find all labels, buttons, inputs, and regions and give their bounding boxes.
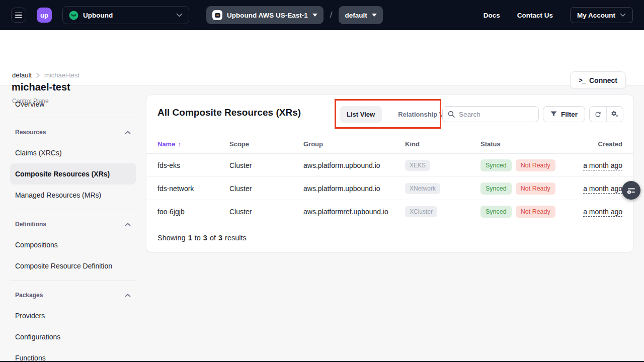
my-account-label: My Account [577,12,615,19]
contact-us-link[interactable]: Contact Us [517,12,553,19]
created-timestamp[interactable]: a month ago [583,161,622,170]
my-account-dropdown[interactable]: My Account [570,7,633,23]
chevron-down-icon [312,14,317,17]
kind-badge: XNetwork [405,183,440,194]
group-selector-label: default [345,12,367,19]
summary-text: Showing [157,234,186,242]
upbound-logo[interactable]: up [37,8,52,23]
table-results-summary: Showing 1 to 3 of 3 results [146,223,633,252]
cell-scope: Cluster [229,208,303,216]
cell-scope: Cluster [229,185,303,193]
breadcrumb: default michael-test [12,71,79,79]
filter-button-label: Filter [561,111,578,118]
sidebar-item-managed-resources[interactable]: Managed Resources (MRs) [10,185,136,206]
status-badge-synced: Synced [480,206,512,218]
cell-scope: Cluster [229,161,303,169]
sidebar-item-composite-resources[interactable]: Composite Resources (XRs) [10,163,136,185]
summary-text: of [210,234,216,242]
cell-group: aws.platformref.upbound.io [303,208,405,216]
checklist-play-icon [626,186,636,195]
composite-resources-card: All Composite Resources (XRs) List View … [146,95,634,252]
search-icon [448,111,455,118]
sidebar-item-overview[interactable]: Overview [10,95,136,114]
sidebar-item-configurations[interactable]: Configurations [10,326,136,347]
search-box[interactable] [442,106,539,122]
card-header: All Composite Resources (XRs) List View … [146,95,633,134]
chevron-up-icon [125,294,131,297]
cell-name[interactable]: foo-6jgjb [157,208,229,216]
filter-button[interactable]: Filter [543,106,585,122]
navbar-right: Docs Contact Us My Account [484,7,633,23]
chevron-up-icon [125,131,131,134]
status-badge-not-ready: Not Ready [516,206,555,218]
sort-ascending-icon: ↑ [178,140,181,148]
refresh-button[interactable] [590,107,606,122]
table-row[interactable]: fds-eks Cluster aws.platform.upbound.io … [146,154,633,177]
hamburger-menu-icon[interactable] [11,8,26,23]
org-selector-label: Upbound [83,12,172,19]
sidebar-item-providers[interactable]: Providers [10,305,136,326]
column-header-name[interactable]: Name ↑ [157,140,229,148]
chevron-down-icon [176,13,183,17]
top-navbar: up Upbound Upbound AWS US-East-1 / defau… [0,0,644,30]
table-row[interactable]: foo-6jgjb Cluster aws.platformref.upboun… [146,200,633,223]
column-header-status[interactable]: Status [480,140,581,148]
sidebar-divider [10,210,136,210]
sidebar-item-functions[interactable]: Functions [10,347,136,362]
sidebar-section-resources[interactable]: Resources [10,122,136,142]
breadcrumb-current: michael-test [44,71,79,79]
sidebar-item-claims[interactable]: Claims (XRCs) [10,142,136,163]
sidebar: Overview Resources Claims (XRCs) Composi… [10,95,136,362]
status-badge-synced: Synced [480,159,512,171]
filter-funnel-icon [550,111,557,117]
floating-widget-button[interactable] [622,181,640,200]
connect-button[interactable]: >_ Connect [570,71,626,89]
table-row[interactable]: fds-network Cluster aws.platform.upbound… [146,177,633,200]
sidebar-divider [10,118,136,118]
section-label: Packages [15,292,43,299]
sidebar-item-composite-resource-definition[interactable]: Composite Resource Definition [10,255,136,277]
status-badge-not-ready: Not Ready [516,183,555,195]
group-selector-dropdown[interactable]: default [339,6,382,24]
summary-to: 3 [203,234,207,242]
column-label: Name [157,140,175,148]
org-avatar-icon [69,11,78,20]
control-plane-selector-dropdown[interactable]: Upbound AWS US-East-1 [206,6,324,24]
list-view-tab[interactable]: List View [340,106,382,123]
refresh-controls [589,106,623,122]
cell-name[interactable]: fds-network [157,185,229,193]
sidebar-item-compositions[interactable]: Compositions [10,234,136,255]
sidebar-section-packages[interactable]: Packages [10,285,136,305]
terminal-icon: >_ [579,76,585,84]
chevron-right-icon [36,73,40,78]
summary-text: results [225,234,247,242]
sidebar-section-definitions[interactable]: Definitions [10,214,136,234]
section-label: Resources [15,129,46,136]
cell-name[interactable]: fds-eks [157,161,229,169]
control-plane-icon [212,10,222,20]
cell-group: aws.platform.upbound.io [303,161,405,169]
kind-badge: XCluster [405,206,437,217]
control-plane-label: Upbound AWS US-East-1 [227,12,308,19]
auto-refresh-settings-button[interactable] [606,107,623,122]
connect-button-label: Connect [589,76,617,84]
column-header-created[interactable]: Created [581,140,622,148]
column-header-group[interactable]: Group [303,140,405,148]
summary-total: 3 [218,234,222,242]
sidebar-divider [10,281,136,281]
search-input[interactable] [459,111,533,118]
chevron-up-icon [125,223,131,226]
breadcrumb-parent[interactable]: default [12,71,32,79]
gear-play-icon [611,110,619,118]
docs-link[interactable]: Docs [484,12,500,19]
card-title: All Composite Resources (XRs) [157,107,301,118]
page-title: michael-test [12,81,70,93]
kind-badge: XEKS [405,160,430,171]
created-timestamp[interactable]: a month ago [583,208,622,217]
status-badge-not-ready: Not Ready [516,159,555,171]
column-header-kind[interactable]: Kind [405,140,480,148]
org-selector-dropdown[interactable]: Upbound [62,6,189,24]
created-timestamp[interactable]: a month ago [583,185,622,194]
refresh-icon [594,111,602,118]
column-header-scope[interactable]: Scope [229,140,303,148]
